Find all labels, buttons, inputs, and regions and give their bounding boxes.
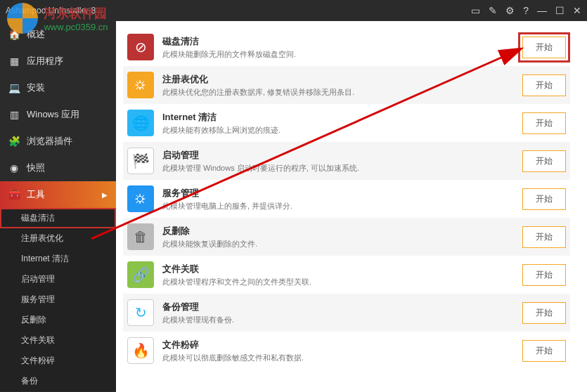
tool-text: 备份管理 此模块管理现有备份. (162, 301, 514, 325)
tool-title: Internet 清洁 (162, 111, 514, 124)
nav-label: 安装 (27, 81, 45, 94)
tool-icon: 🌐 (127, 110, 154, 136)
nav-icon: 💻 (8, 82, 20, 93)
tool-desc: 此模块管理 Windows 启动时要运行的程序, 可以加速系统. (162, 163, 514, 174)
nav-icon: ▦ (8, 55, 20, 67)
sidebar-sub-item-4[interactable]: 服务管理 (0, 289, 116, 310)
tool-row-3: 🏁 启动管理 此模块管理 Windows 启动时要运行的程序, 可以加速系统. … (123, 142, 570, 180)
tool-row-7: ↻ 备份管理 此模块管理现有备份. 开始 (123, 294, 570, 332)
sidebar-item-3[interactable]: ▥Winows 应用 (0, 101, 116, 128)
help-icon[interactable]: ? (523, 5, 529, 16)
nav-icon: 🧩 (8, 136, 20, 147)
sidebar-sub-item-6[interactable]: 文件关联 (0, 330, 116, 351)
tool-row-5: 🗑 反删除 此模块能恢复误删除的文件. 开始 (123, 218, 570, 256)
tool-icon: ⊘ (127, 34, 154, 60)
tool-desc: 此模块能恢复误删除的文件. (162, 239, 514, 249)
nav-icon: ◉ (8, 162, 20, 174)
tool-row-1: ⛭ 注册表优化 此模块优化您的注册表数据库, 修复错误并移除无用条目. 开始 (123, 66, 570, 104)
sidebar-sub-item-3[interactable]: 启动管理 (0, 269, 116, 289)
start-button[interactable]: 开始 (522, 112, 566, 134)
sidebar-sub-item-0[interactable]: 磁盘清洁 (0, 208, 116, 228)
start-button[interactable]: 开始 (522, 37, 566, 58)
tool-text: Internet 清洁 此模块能有效移除上网浏览的痕迹. (162, 111, 514, 136)
sidebar-item-5[interactable]: ◉快照 (0, 155, 116, 181)
tool-desc: 此模块能有效移除上网浏览的痕迹. (162, 125, 514, 136)
start-button[interactable]: 开始 (522, 188, 566, 210)
sidebar-sub-item-8[interactable]: 备份 (0, 371, 116, 391)
min-icon[interactable]: — (537, 5, 547, 16)
tool-text: 反删除 此模块能恢复误删除的文件. (162, 225, 514, 249)
titlebar: Ashampoo UnInstaller 8 ▭ ✎ ⚙ ? — ☐ ✕ (0, 0, 587, 21)
tool-text: 服务管理 此模块管理电脑上的服务, 并提供详分. (162, 187, 514, 211)
nav-label: 工具 (27, 188, 45, 201)
tool-title: 反删除 (162, 225, 514, 237)
start-button[interactable]: 开始 (522, 264, 566, 286)
tool-title: 磁盘清洁 (162, 35, 514, 48)
sidebar-item-0[interactable]: 🏠概述 (0, 21, 116, 48)
close-icon[interactable]: ✕ (573, 5, 581, 16)
start-button[interactable]: 开始 (522, 340, 566, 362)
tool-title: 文件关联 (162, 263, 514, 275)
tool-title: 启动管理 (162, 149, 514, 162)
max-icon[interactable]: ☐ (555, 5, 565, 16)
tool-desc: 此模块优化您的注册表数据库, 修复错误并移除无用条目. (162, 87, 514, 98)
gear-icon[interactable]: ⚙ (505, 5, 515, 16)
tool-title: 注册表优化 (162, 73, 514, 86)
tool-row-2: 🌐 Internet 清洁 此模块能有效移除上网浏览的痕迹. 开始 (123, 104, 570, 142)
sidebar: 🏠概述▦应用程序💻安装▥Winows 应用🧩浏览器插件◉快照🧰工具▶ 磁盘清洁注… (0, 21, 116, 392)
msg-icon[interactable]: ▭ (471, 5, 480, 16)
sidebar-item-6[interactable]: 🧰工具▶ (0, 181, 116, 208)
nav-label: 浏览器插件 (27, 135, 72, 148)
nav-label: 应用程序 (27, 55, 63, 67)
sidebar-item-4[interactable]: 🧩浏览器插件 (0, 128, 116, 155)
start-button[interactable]: 开始 (522, 74, 566, 96)
chevron-right-icon: ▶ (102, 191, 108, 199)
nav-label: Winows 应用 (27, 108, 79, 121)
sidebar-item-2[interactable]: 💻安装 (0, 74, 116, 101)
tool-text: 文件粉碎 此模块可以彻底删除敏感文件和私有数据. (162, 339, 514, 363)
tool-row-0: ⊘ 磁盘清洁 此模块能删除无用的文件释放磁盘空间. 开始 (123, 28, 570, 66)
content-area: ⊘ 磁盘清洁 此模块能删除无用的文件释放磁盘空间. 开始 ⛭ 注册表优化 此模块… (116, 21, 587, 392)
edit-icon[interactable]: ✎ (489, 5, 497, 16)
tool-icon: 🔗 (127, 261, 154, 288)
tool-text: 启动管理 此模块管理 Windows 启动时要运行的程序, 可以加速系统. (162, 149, 514, 174)
nav-icon: 🏠 (8, 29, 20, 40)
window-controls: ▭ ✎ ⚙ ? — ☐ ✕ (471, 5, 581, 16)
sidebar-sub-item-1[interactable]: 注册表优化 (0, 228, 116, 249)
tool-row-6: 🔗 文件关联 此模块管理程序和文件之间的文件类型关联. 开始 (123, 256, 570, 294)
start-button[interactable]: 开始 (522, 226, 566, 248)
tool-title: 文件粉碎 (162, 339, 514, 351)
nav-label: 概述 (27, 28, 45, 41)
tool-icon: ⛭ (127, 72, 154, 98)
sidebar-submenu: 磁盘清洁注册表优化Internet 清洁启动管理服务管理反删除文件关联文件粉碎备… (0, 208, 116, 391)
tool-desc: 此模块管理现有备份. (162, 315, 514, 325)
tool-desc: 此模块能删除无用的文件释放磁盘空间. (162, 49, 514, 60)
sidebar-sub-item-5[interactable]: 反删除 (0, 310, 116, 330)
tool-desc: 此模块管理电脑上的服务, 并提供详分. (162, 201, 514, 211)
tool-icon: ↻ (127, 299, 154, 326)
tool-desc: 此模块管理程序和文件之间的文件类型关联. (162, 277, 514, 287)
tool-title: 备份管理 (162, 301, 514, 313)
tool-icon: 🔥 (127, 337, 154, 364)
tool-row-8: 🔥 文件粉碎 此模块可以彻底删除敏感文件和私有数据. 开始 (123, 332, 570, 370)
app-title: Ashampoo UnInstaller 8 (6, 6, 96, 15)
tool-row-4: ⛭ 服务管理 此模块管理电脑上的服务, 并提供详分. 开始 (123, 180, 570, 218)
tool-icon: 🗑 (127, 223, 154, 250)
nav-icon: 🧰 (8, 189, 20, 200)
sidebar-item-1[interactable]: ▦应用程序 (0, 48, 116, 74)
tool-text: 注册表优化 此模块优化您的注册表数据库, 修复错误并移除无用条目. (162, 73, 514, 98)
sidebar-sub-item-2[interactable]: Internet 清洁 (0, 249, 116, 269)
nav-label: 快照 (27, 162, 45, 174)
tool-desc: 此模块可以彻底删除敏感文件和私有数据. (162, 353, 514, 363)
tool-icon: ⛭ (127, 185, 154, 212)
tool-text: 文件关联 此模块管理程序和文件之间的文件类型关联. (162, 263, 514, 287)
tool-text: 磁盘清洁 此模块能删除无用的文件释放磁盘空间. (162, 35, 514, 60)
tool-icon: 🏁 (127, 148, 154, 174)
tool-title: 服务管理 (162, 187, 514, 200)
start-button[interactable]: 开始 (522, 150, 566, 172)
sidebar-sub-item-7[interactable]: 文件粉碎 (0, 351, 116, 371)
nav-icon: ▥ (8, 109, 20, 120)
start-button[interactable]: 开始 (522, 302, 566, 324)
